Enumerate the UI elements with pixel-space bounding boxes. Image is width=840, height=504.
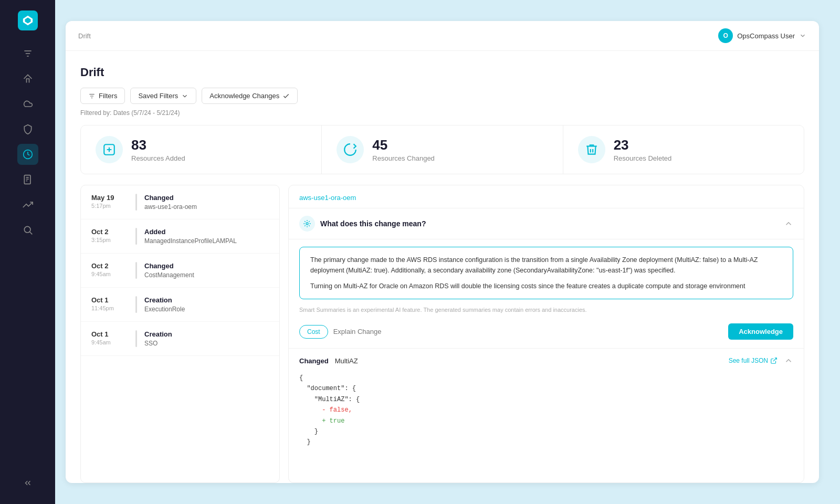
changed-resource-icon-wrap	[337, 136, 364, 163]
chevron-down-icon	[181, 92, 188, 100]
list-item[interactable]: Oct 1 11:45pm Creation ExecutionRole	[81, 288, 279, 322]
deleted-resource-icon	[585, 143, 598, 156]
stat-deleted-number: 23	[614, 137, 672, 153]
add-resource-icon	[102, 143, 116, 156]
two-col-layout: May 19 5:17pm Changed aws-use1-ora-oem O…	[80, 185, 804, 483]
changed-section: Changed MultiAZ See full JSON	[289, 348, 804, 458]
ai-icon	[303, 219, 311, 228]
user-label: OpsCompass User	[737, 32, 795, 40]
sidebar-collapse-button[interactable]	[17, 472, 38, 494]
drift-list-panel: May 19 5:17pm Changed aws-use1-ora-oem O…	[80, 185, 280, 483]
top-bar: Drift O OpsCompass User	[66, 21, 819, 51]
ai-summary-body: The primary change made to the AWS RDS i…	[299, 247, 793, 299]
filter-info: Filtered by: Dates (5/7/24 - 5/21/24)	[80, 109, 804, 117]
acknowledge-button[interactable]: Acknowledge	[728, 323, 793, 340]
svg-line-19	[773, 358, 776, 361]
sidebar-item-search[interactable]	[17, 219, 38, 240]
stat-changed-number: 45	[372, 137, 435, 153]
changed-header: Changed MultiAZ See full JSON	[289, 349, 804, 373]
sidebar-item-report[interactable]	[17, 194, 38, 215]
sidebar	[0, 0, 55, 504]
stat-added-label: Resources Added	[131, 154, 185, 162]
changed-value: MultiAZ	[335, 357, 358, 365]
toolbar: Filters Saved Filters Acknowledge Change…	[80, 88, 804, 104]
user-menu[interactable]: O OpsCompass User	[718, 28, 806, 43]
page-title: Drift	[80, 66, 804, 79]
json-code-block: { "document": { "MultiAZ": { - false, + …	[289, 373, 804, 458]
list-item[interactable]: Oct 1 9:45am Creation SSO	[81, 322, 279, 356]
saved-filters-button[interactable]: Saved Filters	[130, 88, 196, 104]
ai-disclaimer: Smart Summaries is an experimental AI fe…	[289, 307, 804, 319]
acknowledge-changes-button[interactable]: Acknowledge Changes	[202, 88, 298, 104]
detail-panel: aws-use1-ora-oem What does this change m…	[288, 185, 804, 483]
sidebar-item-home[interactable]	[17, 68, 38, 89]
tag-cost[interactable]: Cost	[299, 325, 328, 339]
logo[interactable]	[18, 10, 38, 30]
saved-filters-label: Saved Filters	[138, 92, 178, 100]
see-full-json-label: See full JSON	[729, 357, 768, 364]
main-wrapper: Drift O OpsCompass User Drift Filters	[55, 0, 840, 504]
resource-link[interactable]: aws-use1-ora-oem	[289, 185, 804, 208]
svg-line-11	[29, 232, 32, 235]
sidebar-item-filter[interactable]	[17, 43, 38, 64]
ai-summary-p1: The primary change made to the AWS RDS i…	[310, 255, 782, 276]
external-link-icon	[770, 357, 778, 364]
main-card: Drift O OpsCompass User Drift Filters	[66, 21, 819, 483]
stat-deleted: 23 Resources Deleted	[563, 125, 804, 174]
deleted-resource-icon-wrap	[578, 136, 605, 163]
ai-summary-title-text: What does this change mean?	[320, 219, 426, 228]
chevron-down-icon	[799, 32, 806, 39]
filter-icon	[88, 92, 96, 100]
breadcrumb: Drift	[78, 32, 91, 40]
explain-change-input[interactable]	[333, 328, 723, 335]
ai-summary-header: What does this change mean?	[289, 208, 804, 239]
sidebar-item-shield[interactable]	[17, 119, 38, 140]
ai-summary-p2: Turning on Multi-AZ for Oracle on Amazon…	[310, 281, 782, 291]
list-item[interactable]: Oct 2 9:45am Changed CostManagement	[81, 254, 279, 288]
changed-badge: Changed	[299, 357, 329, 365]
action-row: Cost Acknowledge	[289, 319, 804, 348]
checkmark-icon	[282, 92, 290, 100]
svg-point-10	[24, 226, 30, 233]
avatar: O	[718, 28, 733, 43]
filters-label: Filters	[99, 92, 117, 100]
collapse-ai-icon[interactable]	[784, 219, 793, 228]
page-content: Drift Filters Saved Filters Acknowledge	[66, 51, 819, 483]
stat-added-number: 83	[131, 137, 185, 153]
list-item[interactable]: Oct 2 3:15pm Added ManagedInstanceProfil…	[81, 219, 279, 254]
sidebar-item-document[interactable]	[17, 169, 38, 190]
stats-row: 83 Resources Added 45 Resources Changed	[80, 125, 804, 174]
stat-deleted-label: Resources Deleted	[614, 154, 672, 162]
ai-summary-title: What does this change mean?	[299, 216, 426, 232]
stat-changed: 45 Resources Changed	[322, 125, 563, 174]
filters-button[interactable]: Filters	[80, 88, 125, 104]
collapse-changed-icon[interactable]	[784, 356, 793, 365]
acknowledge-changes-label: Acknowledge Changes	[209, 92, 279, 100]
see-full-json-link[interactable]: See full JSON	[729, 357, 778, 364]
svg-point-18	[306, 223, 308, 225]
stat-added: 83 Resources Added	[81, 125, 322, 174]
ai-icon-wrap	[299, 216, 315, 232]
sidebar-item-drift[interactable]	[17, 144, 38, 165]
add-resource-icon-wrap	[96, 136, 123, 163]
stat-changed-label: Resources Changed	[372, 154, 435, 162]
list-item[interactable]: May 19 5:17pm Changed aws-use1-ora-oem	[81, 185, 279, 219]
sidebar-item-cloud[interactable]	[17, 93, 38, 114]
changed-resource-icon	[343, 143, 357, 156]
